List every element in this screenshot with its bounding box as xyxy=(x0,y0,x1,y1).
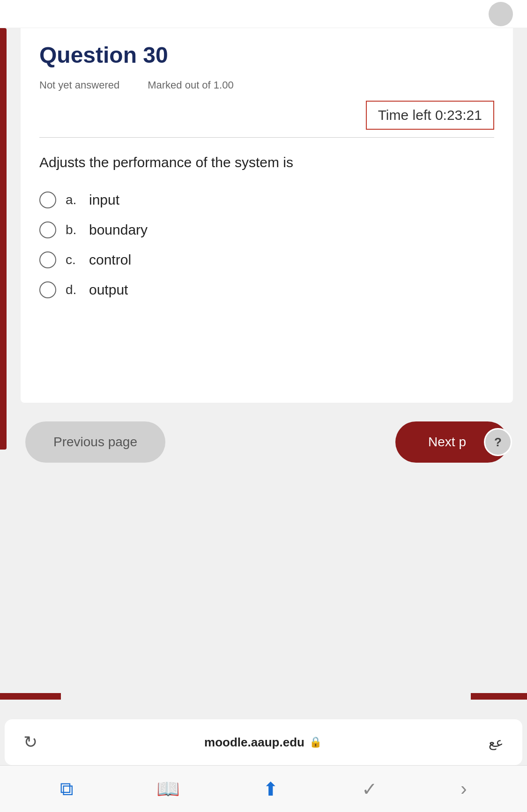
browser-bar: ↻ moodle.aaup.edu 🔒 عع xyxy=(5,719,522,765)
option-text-c: control xyxy=(89,252,131,268)
lock-icon: 🔒 xyxy=(309,736,322,748)
radio-c[interactable] xyxy=(39,251,56,268)
top-bar xyxy=(0,0,527,28)
option-letter-d: d. xyxy=(66,282,80,297)
previous-page-button[interactable]: Previous page xyxy=(25,421,165,463)
question-text: Adjusts the performance of the system is xyxy=(39,152,494,173)
check-icon[interactable]: ✓ xyxy=(362,778,378,800)
option-text-b: boundary xyxy=(89,222,148,238)
option-letter-b: b. xyxy=(66,222,80,237)
bottom-bar-right xyxy=(471,693,527,700)
forward-icon[interactable]: › xyxy=(460,778,467,799)
url-text: moodle.aaup.edu xyxy=(204,735,304,750)
tab-icon[interactable]: ⧉ xyxy=(60,778,74,800)
option-letter-a: a. xyxy=(66,192,80,207)
question-meta: Not yet answered Marked out of 1.00 xyxy=(39,79,494,91)
avatar xyxy=(489,2,513,26)
timer-container: Time left 0:23:21 xyxy=(39,101,494,130)
question-title: Question 30 xyxy=(39,42,494,68)
question-container: Question 30 Not yet answered Marked out … xyxy=(21,28,513,403)
option-text-a: input xyxy=(89,192,119,208)
timer-box: Time left 0:23:21 xyxy=(366,101,494,130)
option-a[interactable]: a. input xyxy=(39,192,494,208)
option-text-d: output xyxy=(89,282,128,298)
radio-a[interactable] xyxy=(39,192,56,208)
bottom-bar-left xyxy=(0,693,61,700)
question-status: Not yet answered xyxy=(39,79,119,91)
help-button[interactable]: ? xyxy=(484,428,512,456)
bottom-nav: ⧉ 📖 ⬆ ✓ › xyxy=(0,765,527,812)
options-list: a. input b. boundary c. control d. outpu… xyxy=(39,192,494,298)
book-icon[interactable]: 📖 xyxy=(156,778,180,800)
option-c[interactable]: c. control xyxy=(39,251,494,268)
question-mark: Marked out of 1.00 xyxy=(148,79,233,91)
radio-d[interactable] xyxy=(39,281,56,298)
radio-b[interactable] xyxy=(39,221,56,238)
bottom-accent-bar xyxy=(0,693,527,700)
share-icon[interactable]: ⬆ xyxy=(263,778,279,800)
font-size-control[interactable]: عع xyxy=(489,735,504,750)
next-button-wrapper: Next p ? xyxy=(395,421,508,463)
left-accent-bar xyxy=(0,28,7,450)
nav-buttons: Previous page Next p ? xyxy=(21,421,513,463)
option-letter-c: c. xyxy=(66,252,80,267)
browser-url: moodle.aaup.edu 🔒 xyxy=(204,735,322,750)
divider xyxy=(39,137,494,138)
option-d[interactable]: d. output xyxy=(39,281,494,298)
reload-icon[interactable]: ↻ xyxy=(23,732,37,752)
option-b[interactable]: b. boundary xyxy=(39,221,494,238)
